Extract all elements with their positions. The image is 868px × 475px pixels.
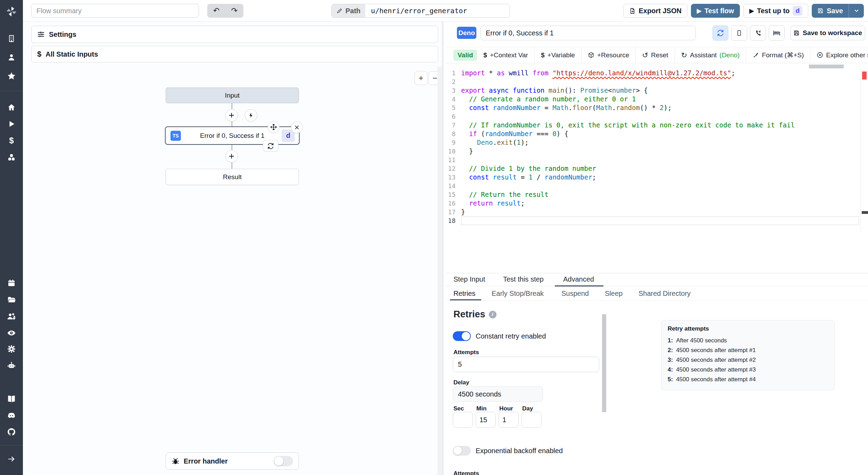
arrow-right-icon[interactable] [0, 453, 23, 465]
play-icon[interactable] [0, 118, 23, 130]
retry-loop-icon [717, 29, 724, 37]
add-resource-button[interactable]: +Resource [582, 47, 636, 63]
undo-button[interactable]: ↶ [207, 4, 225, 18]
robot-icon[interactable] [0, 360, 23, 372]
retries-scrollbar[interactable] [602, 314, 606, 412]
sidebar-divider [0, 445, 23, 445]
delay-input[interactable] [453, 386, 543, 402]
error-handler-node[interactable]: Error handler [166, 452, 299, 470]
all-static-inputs-bar[interactable]: $ All Static Inputs [31, 46, 438, 62]
step-node[interactable]: TS Error if 0, Success if 1 d [165, 126, 300, 145]
result-node[interactable]: Result [166, 169, 299, 185]
constant-retry-toggle[interactable] [453, 331, 471, 341]
github-icon[interactable] [0, 426, 23, 438]
building-icon[interactable] [0, 33, 23, 44]
format-button[interactable]: Format (⌘+S) [746, 47, 810, 63]
book-icon[interactable] [0, 393, 23, 405]
add-context-var-button[interactable]: $+Context Var [477, 47, 535, 63]
subtab-retries[interactable]: Retries [453, 290, 475, 298]
sleep-button[interactable] [769, 25, 785, 41]
user-icon[interactable] [0, 51, 23, 63]
code-line: 7 // If randomNumber is 0, exit the scri… [446, 121, 868, 130]
attempts-input[interactable] [453, 357, 599, 372]
canvas-zoom-in-button[interactable]: + [415, 71, 427, 85]
sec-input[interactable] [453, 412, 473, 428]
info-icon[interactable]: i [489, 311, 496, 318]
path-field[interactable]: Path u/henri/error_generator [331, 4, 510, 18]
add-variable-button[interactable]: $+Variable [535, 47, 582, 63]
step-retry-indicator[interactable] [263, 140, 278, 152]
exponential-backoff-row: Exponential backoff enabled [453, 446, 563, 456]
dollar-icon: $ [483, 51, 487, 59]
chevron-down-icon [853, 8, 860, 14]
windmill-logo-icon[interactable] [0, 3, 23, 19]
gear-icon[interactable] [0, 343, 23, 355]
delay-label: Delay [453, 379, 469, 386]
typescript-badge: TS [170, 131, 181, 141]
exponential-backoff-toggle[interactable] [453, 446, 471, 456]
day-input[interactable] [521, 412, 542, 428]
day-label: Day [522, 405, 533, 412]
save-button[interactable]: Save [812, 4, 849, 18]
flow-panel-scrollbar[interactable] [437, 67, 442, 475]
user-group-gear-icon[interactable] [0, 310, 23, 322]
subtab-shared-directory[interactable]: Shared Directory [639, 290, 691, 298]
early-stop-button[interactable] [731, 25, 747, 41]
code-line: 14 [446, 182, 868, 190]
tab-advanced[interactable]: Advanced [563, 275, 594, 283]
flow-settings-bar[interactable]: Settings [31, 26, 438, 43]
retry-attempts-list: 1:After 4500 seconds2:4500 seconds after… [668, 336, 828, 384]
add-step-button-top[interactable] [225, 109, 238, 122]
assistant-button[interactable]: ↻Assistant(Deno) [675, 47, 746, 63]
toolbar-scrollbar[interactable] [809, 65, 844, 68]
home-icon[interactable] [0, 101, 23, 113]
step-name-input[interactable] [481, 26, 696, 40]
trigger-bolt-button[interactable] [245, 109, 257, 122]
subtab-suspend[interactable]: Suspend [561, 290, 589, 298]
input-node[interactable]: Input [166, 88, 299, 103]
save-dropdown-button[interactable] [849, 4, 864, 18]
hour-input[interactable] [499, 412, 519, 428]
editor-scrollbar-handle[interactable] [862, 211, 868, 214]
save-icon [793, 30, 800, 36]
save-to-workspace-button[interactable]: Save to workspace [790, 26, 865, 40]
reset-button[interactable]: ↺Reset [636, 47, 675, 63]
min-input[interactable] [476, 412, 496, 428]
subtab-early-stop[interactable]: Early Stop/Break [492, 290, 544, 298]
move-step-button[interactable] [268, 121, 279, 133]
eye-icon[interactable] [0, 327, 23, 339]
path-value: u/henri/error_generator [365, 4, 467, 17]
retry-attempt-row: 4:4500 seconds after attempt #3 [668, 365, 828, 375]
hour-label: Hour [499, 405, 513, 412]
export-file-icon [629, 8, 636, 14]
discord-icon[interactable] [0, 410, 23, 422]
code-line: 6 [446, 112, 868, 121]
calendar-icon[interactable] [0, 277, 23, 289]
redo-button[interactable]: ↷ [225, 4, 243, 18]
tab-step-input[interactable]: Step Input [453, 275, 485, 283]
flow-summary-input[interactable] [31, 4, 199, 18]
test-flow-button[interactable]: ▶ Test flow [691, 4, 740, 18]
suspend-button[interactable] [750, 25, 766, 41]
error-handler-toggle[interactable] [274, 456, 293, 466]
folder-open-icon[interactable] [0, 294, 23, 306]
star-icon[interactable] [0, 70, 23, 82]
test-up-to-button[interactable]: ▶ Test up to d [743, 4, 808, 18]
code-line: 4 // Generate a random number, either 0 … [446, 95, 868, 103]
step-tabs: Step Input Test this step Advanced [446, 273, 868, 286]
tab-test-this-step[interactable]: Test this step [503, 275, 544, 283]
explore-scripts-button[interactable]: Explore other s [810, 47, 868, 63]
retry-setting-button[interactable] [712, 25, 728, 41]
dollar-icon[interactable]: $ [0, 135, 23, 147]
export-json-button[interactable]: Export JSON [623, 4, 687, 18]
code-line: 12 // Divide 1 by the random number [446, 164, 868, 173]
add-step-button-bottom[interactable] [225, 150, 238, 162]
min-label: Min [476, 405, 486, 412]
code-line: 10 } [446, 147, 868, 156]
delete-step-button[interactable] [291, 122, 303, 133]
subtab-sleep[interactable]: Sleep [605, 290, 623, 298]
code-editor[interactable]: 1import * as wmill from "https://deno.la… [446, 69, 868, 231]
pencil-icon [336, 8, 343, 14]
cubes-icon[interactable] [0, 151, 23, 163]
dollar-icon: $ [541, 51, 545, 59]
